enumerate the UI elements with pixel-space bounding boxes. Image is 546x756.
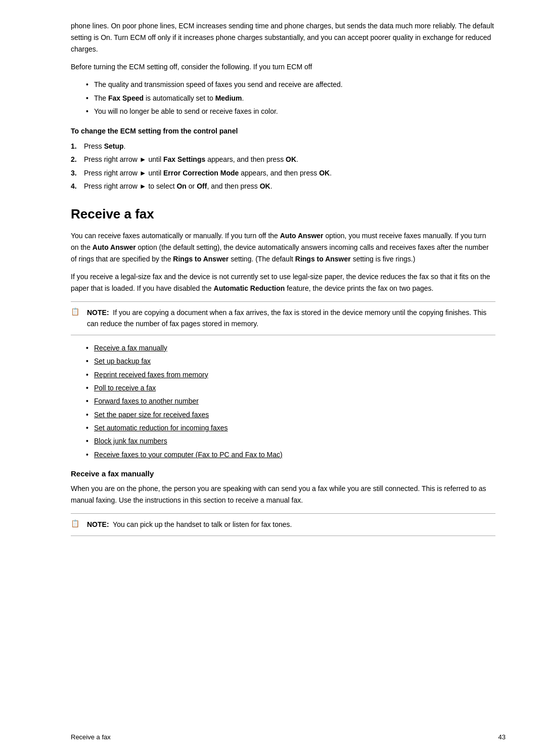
- link-item-8[interactable]: Block junk fax numbers: [86, 435, 495, 447]
- step-text-2: Press right arrow ► until Fax Settings a…: [84, 154, 298, 165]
- link-receive-to-computer[interactable]: Receive faxes to your computer (Fax to P…: [94, 451, 283, 459]
- link-reprint-received-faxes[interactable]: Reprint received faxes from memory: [94, 371, 208, 379]
- link-block-junk[interactable]: Block junk fax numbers: [94, 437, 167, 445]
- ecm-bullet-list: The quality and transmission speed of fa…: [86, 79, 495, 117]
- note-text-2: NOTE: You can pick up the handset to tal…: [87, 519, 495, 530]
- step-2: 2. Press right arrow ► until Fax Setting…: [71, 154, 495, 165]
- ecm-steps-list: 1. Press Setup. 2. Press right arrow ► u…: [71, 141, 495, 192]
- footer-left: Receive a fax: [71, 733, 111, 741]
- link-auto-reduction[interactable]: Set automatic reduction for incoming fax…: [94, 424, 228, 432]
- note-box-1: 📋 NOTE: If you are copying a document wh…: [71, 301, 495, 335]
- intro-paragraph1: phone lines. On poor phone lines, ECM in…: [71, 20, 495, 55]
- links-list: Receive a fax manually Set up backup fax…: [86, 342, 495, 461]
- note-box-2: 📋 NOTE: You can pick up the handset to t…: [71, 513, 495, 536]
- intro-paragraph2: Before turning the ECM setting off, cons…: [71, 61, 495, 73]
- page: phone lines. On poor phone lines, ECM in…: [0, 0, 546, 756]
- page-footer: Receive a fax 43: [0, 733, 546, 741]
- step-3: 3. Press right arrow ► until Error Corre…: [71, 167, 495, 179]
- receive-fax-title: Receive a fax: [71, 206, 495, 223]
- step-4: 4. Press right arrow ► to select On or O…: [71, 181, 495, 192]
- step-text-3: Press right arrow ► until Error Correcti…: [84, 167, 332, 179]
- bullet-item-2: The Fax Speed is automatically set to Me…: [86, 93, 495, 104]
- bullet-item-1: The quality and transmission speed of fa…: [86, 79, 495, 90]
- receive-fax-paragraph1: You can receive faxes automatically or m…: [71, 230, 495, 265]
- step-num-2: 2.: [71, 154, 81, 165]
- link-item-5[interactable]: Forward faxes to another number: [86, 395, 495, 407]
- step-num-1: 1.: [71, 141, 81, 152]
- link-item-2[interactable]: Set up backup fax: [86, 355, 495, 367]
- link-item-4[interactable]: Poll to receive a fax: [86, 382, 495, 393]
- step-text-1: Press Setup.: [84, 141, 125, 152]
- step-text-4: Press right arrow ► to select On or Off,…: [84, 181, 272, 192]
- link-item-6[interactable]: Set the paper size for received faxes: [86, 409, 495, 420]
- note-icon-2: 📋: [71, 519, 82, 527]
- link-forward-faxes[interactable]: Forward faxes to another number: [94, 397, 199, 405]
- link-item-7[interactable]: Set automatic reduction for incoming fax…: [86, 422, 495, 433]
- step-1: 1. Press Setup.: [71, 141, 495, 152]
- link-poll-to-receive[interactable]: Poll to receive a fax: [94, 384, 156, 392]
- link-item-1[interactable]: Receive a fax manually: [86, 342, 495, 353]
- link-item-9[interactable]: Receive faxes to your computer (Fax to P…: [86, 449, 495, 460]
- link-paper-size[interactable]: Set the paper size for received faxes: [94, 411, 209, 419]
- link-item-3[interactable]: Reprint received faxes from memory: [86, 369, 495, 380]
- note-text-1: NOTE: If you are copying a document when…: [87, 307, 495, 330]
- footer-right: 43: [498, 733, 506, 741]
- step-num-3: 3.: [71, 167, 81, 179]
- link-receive-fax-manually[interactable]: Receive a fax manually: [94, 344, 167, 352]
- ecm-section-heading: To change the ECM setting from the contr…: [71, 125, 495, 137]
- link-set-up-backup-fax[interactable]: Set up backup fax: [94, 357, 151, 365]
- receive-fax-manually-title: Receive a fax manually: [71, 469, 495, 478]
- bullet-item-3: You will no longer be able to send or re…: [86, 106, 495, 117]
- receive-fax-manually-paragraph: When you are on the phone, the person yo…: [71, 483, 495, 506]
- step-num-4: 4.: [71, 181, 81, 192]
- note-icon-1: 📋: [71, 307, 82, 316]
- receive-fax-paragraph2: If you receive a legal-size fax and the …: [71, 271, 495, 294]
